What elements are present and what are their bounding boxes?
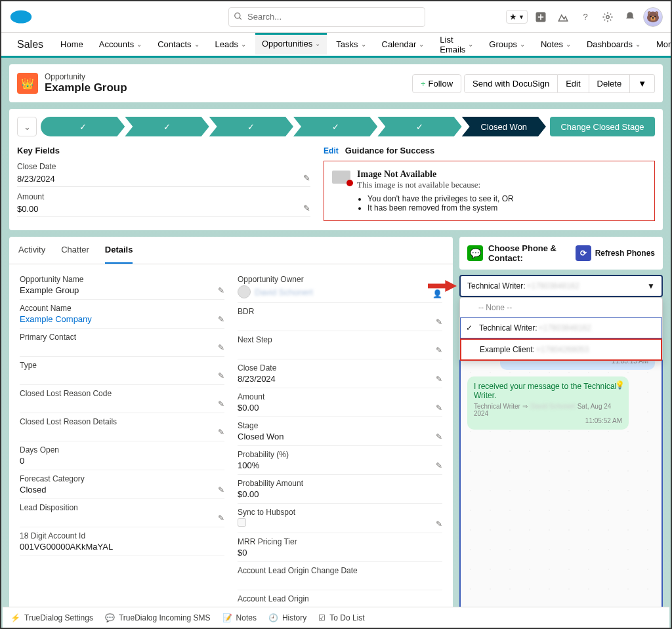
edit-icon[interactable]: ✎	[303, 173, 310, 183]
change-stage-button[interactable]: Change Closed Stage	[550, 117, 655, 136]
edit-icon[interactable]: ✎	[218, 315, 224, 324]
sync-checkbox	[238, 518, 246, 527]
contact-select[interactable]: Technical Writer:+17803848162 ▼	[459, 275, 663, 297]
path-stage[interactable]: ✓	[377, 117, 461, 136]
chevron-down-icon: ⌄	[419, 41, 424, 48]
docusign-button[interactable]: Send with DocuSign	[464, 74, 558, 93]
opportunity-icon: 👑	[17, 73, 38, 94]
footer-notes[interactable]: 📝Notes	[222, 613, 257, 622]
chevron-down-icon: ⌄	[241, 41, 246, 48]
chevron-down-icon: ⌄	[635, 41, 640, 48]
chevron-down-icon: ⌄	[315, 40, 320, 47]
nav-calendar[interactable]: Calendar⌄	[375, 33, 431, 55]
lightning-icon: ⚡	[10, 613, 20, 622]
nav-notes[interactable]: Notes⌄	[534, 33, 578, 55]
error-reason: You don't have the privileges to see it,…	[368, 194, 514, 203]
change-owner-icon[interactable]: 👤	[432, 289, 442, 298]
edit-button[interactable]: Edit	[558, 74, 589, 93]
search-icon	[234, 12, 243, 21]
path-stage-closedwon[interactable]: Closed Won	[462, 117, 546, 136]
dropdown-option-none[interactable]: -- None --	[460, 298, 662, 317]
refresh-icon: ⟳	[576, 245, 591, 261]
path-stage[interactable]: ✓	[293, 117, 377, 136]
footer-history[interactable]: 🕘History	[268, 613, 306, 622]
nav-groups[interactable]: Groups⌄	[482, 33, 532, 55]
more-actions-button[interactable]: ▼	[630, 74, 655, 93]
edit-icon[interactable]: ✎	[218, 343, 224, 352]
salesforce-logo	[9, 9, 33, 25]
favorites-button[interactable]: ★▼	[506, 10, 528, 24]
chat-icon: 💬	[467, 245, 483, 261]
edit-icon[interactable]: ✎	[436, 317, 442, 327]
details-panel: Activity Chatter Details Opportunity Nam…	[9, 237, 453, 629]
chevron-down-icon: ⌄	[361, 41, 366, 48]
path-stage[interactable]: ✓	[125, 117, 209, 136]
guidance-edit-link[interactable]: Edit	[324, 146, 339, 155]
nav-more[interactable]: More▼	[650, 33, 672, 55]
key-fields: Key Fields Close Date 8/23/2024 ✎ Amount…	[17, 146, 310, 222]
checklist-icon: ☑	[318, 613, 326, 622]
path-row: ⌄ ✓ ✓ ✓ ✓ ✓ Closed Won Change Closed Sta…	[17, 117, 655, 136]
help-icon[interactable]: ?	[576, 8, 595, 26]
edit-icon[interactable]: ✎	[436, 432, 442, 441]
sms-panel-header: 💬 Choose Phone & Contact: ⟳ Refresh Phon…	[459, 237, 663, 270]
owner-avatar	[238, 285, 251, 298]
edit-icon[interactable]: ✎	[218, 371, 224, 380]
nav-listemails[interactable]: List Emails⌄	[433, 29, 480, 60]
user-avatar[interactable]: 🐻	[643, 7, 663, 27]
edit-icon[interactable]: ✎	[218, 514, 224, 523]
refresh-phones-button[interactable]: ⟳ Refresh Phones	[576, 245, 655, 261]
nav-accounts[interactable]: Accounts⌄	[93, 33, 148, 55]
follow-button[interactable]: +Follow	[412, 74, 461, 93]
path-toggle[interactable]: ⌄	[17, 117, 37, 136]
setup-icon[interactable]	[598, 8, 617, 26]
notifications-icon[interactable]	[621, 8, 639, 26]
global-header: ★▼ ? 🐻	[1, 1, 671, 33]
record-tabs: Activity Chatter Details	[9, 237, 453, 264]
owner-name[interactable]: David Schonert	[255, 287, 313, 297]
nav-leads[interactable]: Leads⌄	[209, 33, 253, 55]
truedialog-settings[interactable]: ⚡TrueDialog Settings	[10, 613, 93, 622]
header-actions: +Follow Send with DocuSign Edit Delete ▼	[412, 74, 655, 93]
contact-dropdown: Technical Writer:+17803848162 ▼ -- None …	[459, 275, 663, 297]
nav-home[interactable]: Home	[54, 33, 90, 55]
trailhead-icon[interactable]	[554, 8, 572, 26]
account-link[interactable]: Example Company	[20, 313, 224, 325]
contact-dropdown-menu: -- None -- Technical Writer:+17803848162…	[459, 297, 663, 361]
dropdown-option-example-client[interactable]: Example Client:+17804268053	[460, 338, 662, 361]
app-launcher-icon[interactable]	[7, 38, 9, 51]
edit-icon[interactable]: ✎	[218, 428, 224, 437]
dropdown-option-technical-writer[interactable]: Technical Writer:+17803848162	[460, 317, 662, 338]
notes-icon: 📝	[222, 613, 232, 622]
tab-activity[interactable]: Activity	[18, 237, 45, 264]
nav-opportunities[interactable]: Opportunities⌄	[255, 33, 327, 54]
edit-icon[interactable]: ✎	[436, 519, 442, 529]
edit-icon[interactable]: ✎	[218, 485, 224, 495]
tab-details[interactable]: Details	[105, 237, 133, 264]
record-type: Opportunity	[45, 72, 412, 81]
error-subtitle: This image is not available because:	[357, 180, 514, 190]
svg-point-0	[10, 10, 32, 23]
record-header: 👑 Opportunity Example Group +Follow Send…	[9, 64, 663, 102]
edit-icon[interactable]: ✎	[436, 461, 442, 470]
nav-dashboards[interactable]: Dashboards⌄	[580, 33, 647, 55]
footer-todo[interactable]: ☑To Do List	[318, 613, 364, 622]
path-stage[interactable]: ✓	[209, 117, 293, 136]
edit-icon[interactable]: ✎	[303, 203, 310, 213]
sms-panel: 💬 Choose Phone & Contact: ⟳ Refresh Phon…	[459, 237, 663, 629]
edit-icon[interactable]: ✎	[218, 286, 224, 295]
delete-button[interactable]: Delete	[589, 74, 631, 93]
add-icon[interactable]	[532, 8, 550, 26]
nav-tasks[interactable]: Tasks⌄	[329, 33, 372, 55]
truedialog-sms[interactable]: 💬TrueDialog Incoming SMS	[105, 613, 211, 622]
edit-icon[interactable]: ✎	[436, 346, 442, 355]
edit-icon[interactable]: ✎	[436, 375, 442, 384]
search-input[interactable]	[228, 7, 425, 27]
details-grid: Opportunity NameExample Group✎ Account N…	[9, 264, 453, 629]
edit-icon[interactable]: ✎	[218, 399, 224, 409]
path-stage[interactable]: ✓	[41, 117, 125, 136]
tab-chatter[interactable]: Chatter	[61, 237, 89, 264]
history-icon: 🕘	[268, 613, 278, 622]
nav-contacts[interactable]: Contacts⌄	[151, 33, 205, 55]
edit-icon[interactable]: ✎	[436, 403, 442, 413]
